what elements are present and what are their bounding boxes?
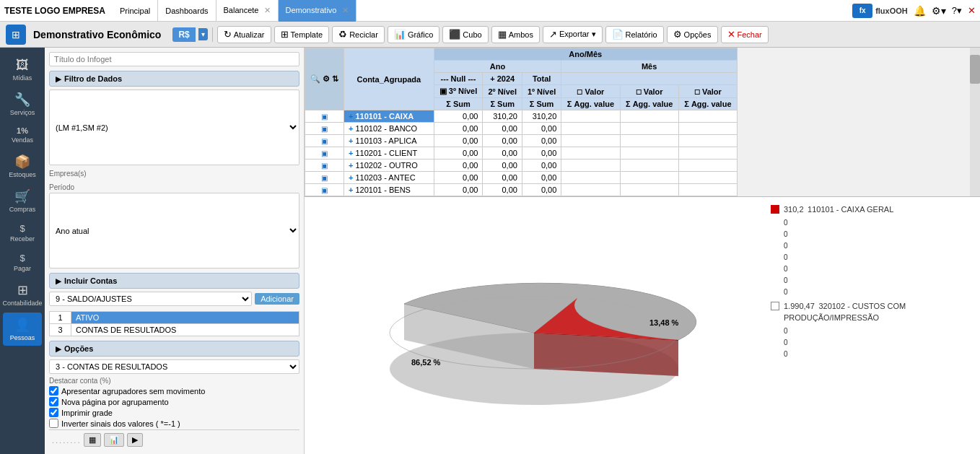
receber-icon: $ (19, 223, 25, 234)
topbar-right: fx fluxOOH 🔔 ⚙▾ ?▾ ✕ (852, 4, 976, 18)
left-icon-sidebar: 🖼 Mídias 🔧 Serviços 1% Vendas 📦 Estoques… (0, 48, 45, 454)
sidebar-item-pagar[interactable]: $ Pagar (3, 248, 42, 276)
table-row: ▣+120101 - BENS0,000,000,00 (305, 184, 738, 196)
checkbox-row-1: Apresentar agrupadores sem movimento (49, 386, 299, 396)
mes-header: Mês (561, 61, 738, 73)
total-header: Total (522, 73, 561, 85)
table-area: 🔍 ⚙ ⇅ Conta_Agrupada Ano/Mês (305, 48, 980, 197)
filter-arrow-icon: ▶ (56, 75, 61, 83)
gear-icon[interactable]: ⚙▾ (932, 5, 946, 17)
fechar-button[interactable]: ✕ Fechar (721, 26, 769, 43)
checkbox-label-4: Inverter sinais dos valores ( *=-1 ) (61, 419, 180, 428)
sidebar-item-receber[interactable]: $ Receber (3, 219, 42, 247)
expand-icon[interactable]: + (349, 136, 353, 145)
expand-icon[interactable]: + (349, 161, 353, 170)
tab-dashboards[interactable]: Dashboards (158, 0, 216, 22)
close-demonstrativo-icon[interactable]: ✕ (342, 6, 349, 14)
atualizar-button[interactable]: ↻ Atualizar (217, 26, 271, 43)
tab-balancete[interactable]: Balancete ✕ (216, 0, 279, 22)
sidebar-item-vendas[interactable]: 1% Vendas (3, 122, 42, 148)
opcoes-select[interactable]: 3 - CONTAS DE RESULTADOS (49, 359, 299, 374)
opcoes-button[interactable]: ⚙ Opções (667, 26, 718, 43)
bottom-btn-3[interactable]: ▶ (127, 433, 143, 447)
table-scrollbar[interactable] (970, 48, 980, 196)
row-value-1: 0,00 (483, 147, 522, 160)
reciclar-button[interactable]: ♻ Reciclar (332, 26, 385, 43)
add-button[interactable]: Adicionar (255, 293, 299, 305)
filter-icon[interactable]: 🔍 (310, 74, 320, 83)
sidebar-item-compras[interactable]: 🛒 Compras (3, 184, 42, 217)
include-section-label: Incluir Contas (64, 276, 117, 285)
sidebar-item-pessoas[interactable]: 👤 Pessoas (3, 313, 42, 346)
bottom-btn-1[interactable]: ▦ (84, 433, 101, 447)
checkbox-3[interactable] (49, 408, 58, 417)
ano-mes-header: Ano/Mês (434, 48, 737, 61)
settings-icon[interactable]: ⚙ (323, 74, 330, 83)
row-value-5 (678, 172, 737, 184)
nivel3-header: ▣ 3º Nível (434, 85, 483, 98)
sidebar-item-estoques[interactable]: 📦 Estoques (3, 149, 42, 183)
include-select[interactable]: 9 - SALDO/AJUSTES (49, 292, 252, 306)
ambos-button[interactable]: ▦ Ambos (491, 26, 540, 43)
row-value-0: 0,00 (434, 135, 483, 147)
legend-color-2 (771, 302, 779, 310)
compras-label: Compras (9, 206, 36, 213)
grafico-button[interactable]: 📊 Gráfico (388, 26, 439, 43)
row-value-3 (561, 147, 620, 160)
row-value-4 (620, 184, 678, 196)
bottom-btn-2[interactable]: 📊 (104, 433, 124, 447)
opcoes-section-header[interactable]: ▶ Opções (49, 341, 299, 357)
template-button[interactable]: ⊞ Template (274, 26, 330, 43)
expand-icon[interactable]: + (349, 149, 353, 157)
chart-container: 13,48 % 86,52 % (305, 197, 764, 454)
pagar-icon: $ (19, 253, 25, 263)
sidebar-item-servicos[interactable]: 🔧 Serviços (3, 87, 42, 121)
include-section-header[interactable]: ▶ Incluir Contas (49, 273, 299, 289)
title-input[interactable] (49, 52, 299, 66)
currency-dropdown[interactable]: ▾ (198, 28, 208, 40)
mes-valor-col: ☐ Valor (561, 85, 620, 98)
expand-icon[interactable]: + (349, 185, 353, 194)
row-value-4 (620, 135, 678, 147)
exportar-button[interactable]: ↗ Exportar ▾ (543, 26, 603, 43)
checkbox-4[interactable] (49, 419, 58, 428)
close-app-icon[interactable]: ✕ (968, 5, 976, 16)
expand-icon[interactable]: + (349, 124, 353, 133)
expand-icon[interactable]: + (349, 173, 353, 182)
tab-demonstrativo[interactable]: Demonstrativo ✕ (279, 0, 356, 22)
dots-label: ........ (52, 436, 81, 445)
topbar: TESTE LOGO EMPRESA Principal Dashboards … (0, 0, 980, 22)
relatorio-button[interactable]: 📄 Relatório (605, 26, 664, 43)
midias-label: Mídias (13, 74, 32, 82)
row-value-4 (620, 123, 678, 135)
sidebar-item-contabilidade[interactable]: ⊞ Contabilidade (3, 278, 42, 311)
checkbox-2[interactable] (49, 397, 58, 406)
row-value-3 (561, 160, 620, 172)
page-title: Demonstrativo Econômico (33, 29, 161, 40)
filter-select[interactable]: (LM #1,SM #2) (49, 90, 299, 165)
cubo-button[interactable]: ⬛ Cubo (442, 26, 488, 43)
mes-valor3-col: ☐ Valor (678, 85, 737, 98)
midias-icon: 🖼 (16, 58, 29, 73)
period-select[interactable]: Ano atual (49, 193, 299, 269)
row-code: +110201 - CLIENT (344, 147, 434, 160)
help-icon[interactable]: ?▾ (952, 5, 962, 16)
scrollbar-thumb (970, 55, 980, 84)
bell-icon[interactable]: 🔔 (914, 5, 926, 17)
row-icons: ▣ (305, 172, 344, 184)
logo-text: fluxOOH (875, 6, 908, 15)
tab-principal[interactable]: Principal (113, 0, 158, 22)
currency-button[interactable]: R$ (172, 27, 195, 42)
checkbox-row-2: Nova página por agrupamento (49, 397, 299, 406)
expand-icon[interactable]: + (349, 112, 353, 121)
checkbox-1[interactable] (49, 386, 58, 396)
sidebar-item-midias[interactable]: 🖼 Mídias (3, 53, 42, 86)
sort-icon[interactable]: ⇅ (332, 74, 338, 83)
filter-section-header[interactable]: ▶ Filtro de Dados (49, 71, 299, 87)
close-balancete-icon[interactable]: ✕ (264, 6, 271, 14)
sum3: Σ Sum (522, 98, 561, 110)
level3-icon: ▣ (439, 87, 447, 95)
row-value-3 (561, 135, 620, 147)
row-value-2: 310,20 (522, 110, 561, 123)
row-icons: ▣ (305, 160, 344, 172)
